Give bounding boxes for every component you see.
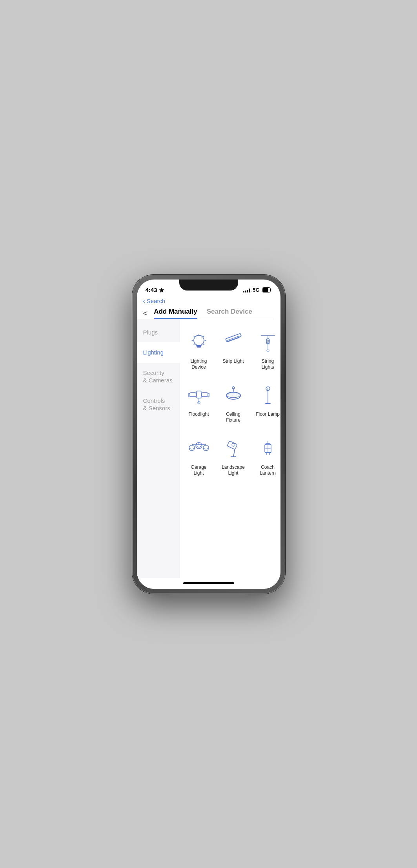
svg-point-9: [267, 340, 269, 343]
sidebar-item-security[interactable]: Security & Cameras: [137, 363, 180, 391]
home-indicator: [137, 578, 280, 589]
device-item-landscape-light[interactable]: Landscape Light: [218, 431, 249, 481]
back-arrow[interactable]: <: [143, 309, 148, 317]
svg-point-2: [194, 335, 204, 345]
status-icons: 5G: [243, 287, 271, 293]
main-content: Plugs Lighting Security & Cameras Contro…: [137, 319, 280, 578]
location-icon: [159, 287, 164, 293]
landscape-light-icon: [221, 436, 246, 461]
svg-rect-15: [197, 391, 201, 398]
back-nav: ‹ Search: [137, 297, 280, 306]
svg-point-31: [232, 443, 235, 446]
svg-rect-1: [262, 288, 268, 292]
signal-bar-4: [249, 289, 250, 292]
svg-point-19: [226, 392, 240, 398]
signal-bars: [243, 288, 250, 292]
garage-light-icon: [186, 436, 211, 461]
lighting-device-label: Lighting Device: [186, 358, 211, 371]
tab-search-device[interactable]: Search Device: [207, 308, 252, 319]
ceiling-fixture-icon: [221, 383, 246, 408]
floodlight-label: Floodlight: [188, 411, 209, 418]
floor-lamp-icon: [255, 383, 280, 408]
svg-point-27: [203, 445, 209, 451]
svg-rect-30: [227, 441, 237, 450]
lighting-device-icon: [186, 330, 211, 355]
header-tabs: < Add Manually Search Device: [137, 306, 280, 319]
device-item-ceiling-fixture[interactable]: Ceiling Fixture: [218, 378, 249, 428]
tab-add-manually[interactable]: Add Manually: [154, 308, 197, 319]
battery-icon: [262, 287, 272, 292]
sidebar-item-controls[interactable]: Controls & Sensors: [137, 391, 180, 418]
back-search-button[interactable]: ‹ Search: [143, 298, 166, 305]
svg-rect-14: [202, 393, 208, 397]
string-lights-label: String Lights: [255, 358, 280, 371]
svg-point-25: [189, 445, 195, 451]
coach-lantern-icon: [255, 436, 280, 461]
device-grid: Lighting Device Strip Light: [183, 325, 277, 482]
garage-light-label: Garage Light: [186, 464, 211, 477]
svg-rect-13: [190, 393, 196, 397]
device-item-lighting-device[interactable]: Lighting Device: [183, 325, 215, 375]
phone-screen: 4:43 5G: [137, 280, 280, 589]
signal-bar-3: [247, 290, 248, 292]
strip-light-label: Strip Light: [222, 358, 244, 365]
notch: [179, 280, 238, 291]
device-grid-area: Lighting Device Strip Light: [180, 319, 280, 578]
device-item-strip-light[interactable]: Strip Light: [218, 325, 249, 375]
svg-point-12: [267, 350, 269, 351]
ceiling-fixture-label: Ceiling Fixture: [221, 411, 246, 424]
back-search-chevron: ‹: [143, 298, 145, 305]
device-item-coach-lantern[interactable]: Coach Lantern: [252, 431, 280, 481]
device-item-floor-lamp[interactable]: Floor Lamp: [252, 378, 280, 428]
floor-lamp-label: Floor Lamp: [256, 411, 280, 418]
strip-light-icon: [221, 330, 246, 355]
device-item-string-lights[interactable]: String Lights: [252, 325, 280, 375]
string-lights-icon: [255, 330, 280, 355]
coach-lantern-label: Coach Lantern: [255, 464, 280, 477]
phone-frame: 4:43 5G: [132, 275, 285, 594]
signal-bar-2: [245, 291, 246, 292]
device-item-floodlight[interactable]: Floodlight: [183, 378, 215, 428]
status-time: 4:43: [146, 287, 164, 293]
landscape-light-label: Landscape Light: [221, 464, 246, 477]
sidebar-item-plugs[interactable]: Plugs: [137, 322, 180, 343]
time-display: 4:43: [146, 287, 157, 293]
network-type: 5G: [253, 287, 259, 293]
svg-line-32: [233, 449, 235, 457]
floodlight-icon: [186, 383, 211, 408]
tab-container: Add Manually Search Device: [154, 308, 274, 319]
device-item-garage-light[interactable]: Garage Light: [183, 431, 215, 481]
home-bar: [183, 582, 234, 584]
sidebar-item-lighting[interactable]: Lighting: [137, 342, 180, 363]
signal-bar-1: [243, 291, 244, 292]
category-sidebar: Plugs Lighting Security & Cameras Contro…: [137, 319, 180, 578]
back-search-label: Search: [147, 298, 166, 304]
